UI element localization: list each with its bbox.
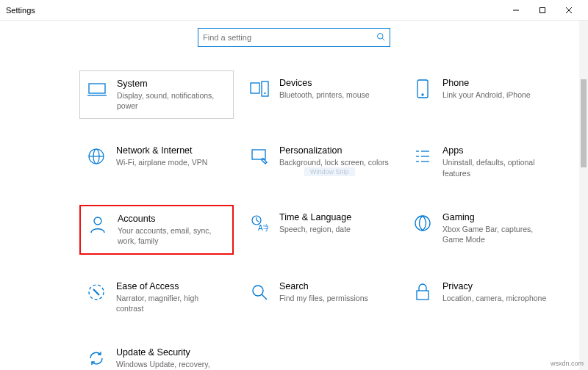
- tile-text: Privacy Location, camera, microphone: [442, 281, 546, 303]
- scrollbar-thumb[interactable]: [581, 79, 587, 167]
- tile-title: Gaming: [442, 212, 553, 222]
- tile-title: Devices: [279, 78, 370, 88]
- close-button[interactable]: [556, 1, 582, 20]
- tile-text: Apps Uninstall, defaults, optional featu…: [442, 145, 553, 178]
- gaming-icon: [413, 214, 432, 233]
- tile-title: Network & Internet: [116, 145, 207, 156]
- tile-title: Personalization: [279, 145, 389, 156]
- tile-title: Apps: [442, 145, 553, 156]
- tile-text: Gaming Xbox Game Bar, captures, Game Mod…: [442, 212, 553, 244]
- ease-of-access-icon: [87, 283, 106, 302]
- tile-desc: Windows Update, recovery, backup: [116, 359, 226, 370]
- search-input[interactable]: [203, 33, 376, 42]
- svg-rect-16: [252, 150, 265, 159]
- svg-line-31: [262, 294, 267, 300]
- tile-phone[interactable]: Phone Link your Android, iPhone: [406, 70, 560, 119]
- update-icon: [87, 349, 106, 368]
- person-icon: [88, 215, 107, 234]
- tile-text: Time & Language Speech, region, date: [279, 212, 351, 234]
- minimize-button[interactable]: [503, 1, 529, 20]
- devices-icon: [250, 79, 269, 98]
- tile-desc: Bluetooth, printers, mouse: [279, 90, 370, 100]
- tile-personalization[interactable]: Personalization Background, lock screen,…: [243, 138, 397, 185]
- tile-gaming[interactable]: Gaming Xbox Game Bar, captures, Game Mod…: [406, 205, 560, 255]
- tile-desc: Your accounts, email, sync, work, family: [118, 225, 225, 246]
- tile-text: Devices Bluetooth, printers, mouse: [279, 78, 370, 100]
- svg-point-10: [265, 93, 265, 94]
- tile-desc: Wi-Fi, airplane mode, VPN: [116, 157, 207, 167]
- tile-privacy[interactable]: Privacy Location, camera, microphone: [406, 274, 560, 321]
- tile-title: Time & Language: [279, 212, 351, 222]
- search-box[interactable]: [198, 28, 390, 47]
- tile-text: Personalization Background, lock screen,…: [279, 145, 389, 167]
- maximize-button[interactable]: [529, 1, 556, 20]
- vertical-scrollbar[interactable]: [579, 21, 588, 370]
- tile-text: System Display, sound, notifications, po…: [117, 79, 226, 111]
- tile-desc: Link your Android, iPhone: [442, 90, 531, 100]
- tile-text: Network & Internet Wi-Fi, airplane mode,…: [116, 145, 207, 167]
- tile-desc: Uninstall, defaults, optional features: [442, 157, 553, 178]
- tile-desc: Speech, region, date: [279, 224, 351, 234]
- tile-text: Ease of Access Narrator, magnifier, high…: [116, 281, 226, 313]
- search-tile-icon: [250, 283, 269, 302]
- tile-update-security[interactable]: Update & Security Windows Update, recove…: [79, 340, 234, 370]
- tile-search[interactable]: Search Find my files, permissions: [243, 274, 397, 321]
- tile-title: Search: [279, 281, 368, 291]
- search-row: [0, 21, 588, 57]
- lock-icon: [413, 283, 432, 302]
- tile-desc: Display, sound, notifications, power: [117, 90, 226, 111]
- svg-point-4: [378, 33, 384, 39]
- window-controls: [503, 1, 582, 20]
- tile-text: Update & Security Windows Update, recove…: [116, 347, 226, 370]
- tile-desc: Location, camera, microphone: [442, 293, 546, 303]
- tile-desc: Find my files, permissions: [279, 293, 368, 303]
- watermark: wsxdn.com: [551, 360, 584, 367]
- paintbrush-icon: [250, 147, 269, 166]
- tile-text: Search Find my files, permissions: [279, 281, 368, 303]
- globe-icon: [87, 147, 106, 166]
- tile-text: Accounts Your accounts, email, sync, wor…: [118, 214, 225, 246]
- svg-rect-1: [540, 7, 545, 12]
- settings-grid: System Display, sound, notifications, po…: [0, 57, 588, 370]
- tile-title: Phone: [442, 78, 531, 88]
- svg-point-23: [94, 217, 101, 225]
- svg-rect-8: [251, 83, 259, 93]
- snip-hint-overlay: Window Snip: [304, 167, 355, 176]
- tile-devices[interactable]: Devices Bluetooth, printers, mouse: [243, 70, 397, 119]
- system-icon: [87, 80, 107, 99]
- svg-line-26: [257, 220, 259, 222]
- tile-desc: Background, lock screen, colors: [279, 157, 389, 167]
- svg-text:A字: A字: [258, 224, 268, 232]
- window-title: Settings: [6, 6, 503, 15]
- apps-icon: [413, 147, 432, 166]
- search-icon: [376, 32, 385, 43]
- tile-time-language[interactable]: A字 Time & Language Speech, region, date: [243, 205, 397, 255]
- svg-line-5: [382, 38, 384, 40]
- svg-rect-6: [89, 84, 105, 93]
- tile-desc: Xbox Game Bar, captures, Game Mode: [442, 224, 553, 244]
- tile-title: System: [117, 79, 226, 89]
- tile-system[interactable]: System Display, sound, notifications, po…: [79, 70, 234, 119]
- tile-ease-of-access[interactable]: Ease of Access Narrator, magnifier, high…: [79, 274, 234, 321]
- titlebar: Settings: [0, 0, 588, 21]
- tile-apps[interactable]: Apps Uninstall, defaults, optional featu…: [406, 138, 560, 185]
- phone-icon: [413, 79, 432, 98]
- tile-title: Update & Security: [116, 347, 226, 358]
- svg-point-28: [415, 216, 430, 231]
- svg-point-30: [253, 286, 263, 296]
- tile-title: Privacy: [442, 281, 546, 291]
- tile-accounts[interactable]: Accounts Your accounts, email, sync, wor…: [79, 205, 234, 255]
- svg-point-12: [422, 94, 423, 95]
- tile-network[interactable]: Network & Internet Wi-Fi, airplane mode,…: [79, 138, 234, 185]
- svg-rect-32: [417, 291, 429, 300]
- tile-desc: Narrator, magnifier, high contrast: [116, 293, 226, 313]
- tile-title: Ease of Access: [116, 281, 226, 291]
- tile-text: Phone Link your Android, iPhone: [442, 78, 531, 100]
- time-language-icon: A字: [250, 214, 269, 233]
- tile-title: Accounts: [118, 214, 225, 224]
